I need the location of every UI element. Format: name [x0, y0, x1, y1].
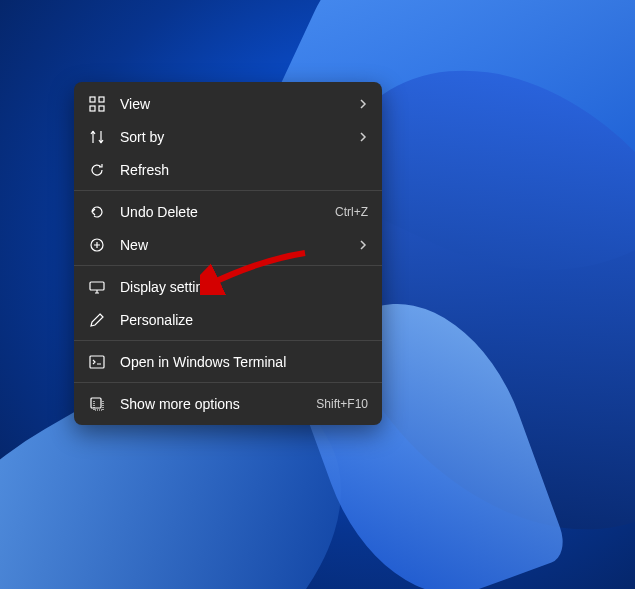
- menu-item-refresh[interactable]: Refresh: [74, 153, 382, 186]
- svg-rect-0: [90, 97, 95, 102]
- menu-item-label: New: [120, 237, 342, 253]
- svg-rect-3: [99, 106, 104, 111]
- sort-icon: [88, 128, 106, 146]
- menu-separator: [74, 190, 382, 191]
- menu-item-accelerator: Ctrl+Z: [335, 205, 368, 219]
- menu-item-label: Display settings: [120, 279, 368, 295]
- menu-item-personalize[interactable]: Personalize: [74, 303, 382, 336]
- refresh-icon: [88, 161, 106, 179]
- more-icon: [88, 395, 106, 413]
- personalize-icon: [88, 311, 106, 329]
- menu-separator: [74, 382, 382, 383]
- svg-rect-2: [90, 106, 95, 111]
- menu-item-label: View: [120, 96, 342, 112]
- menu-item-open-in-windows-terminal[interactable]: Open in Windows Terminal: [74, 345, 382, 378]
- menu-item-view[interactable]: View: [74, 87, 382, 120]
- undo-icon: [88, 203, 106, 221]
- desktop-context-menu: ViewSort byRefreshUndo DeleteCtrl+ZNewDi…: [74, 82, 382, 425]
- grid-icon: [88, 95, 106, 113]
- menu-separator: [74, 265, 382, 266]
- menu-item-label: Personalize: [120, 312, 368, 328]
- svg-rect-7: [91, 398, 101, 408]
- new-icon: [88, 236, 106, 254]
- chevron-right-icon: [356, 132, 368, 142]
- chevron-right-icon: [356, 99, 368, 109]
- menu-item-label: Sort by: [120, 129, 342, 145]
- svg-rect-1: [99, 97, 104, 102]
- menu-item-accelerator: Shift+F10: [316, 397, 368, 411]
- menu-item-undo-delete[interactable]: Undo DeleteCtrl+Z: [74, 195, 382, 228]
- menu-item-sort-by[interactable]: Sort by: [74, 120, 382, 153]
- svg-rect-6: [90, 356, 104, 368]
- menu-item-label: Refresh: [120, 162, 368, 178]
- menu-item-show-more-options[interactable]: Show more optionsShift+F10: [74, 387, 382, 420]
- svg-rect-5: [90, 282, 104, 290]
- chevron-right-icon: [356, 240, 368, 250]
- terminal-icon: [88, 353, 106, 371]
- display-icon: [88, 278, 106, 296]
- menu-item-label: Open in Windows Terminal: [120, 354, 368, 370]
- menu-item-label: Show more options: [120, 396, 302, 412]
- menu-item-display-settings[interactable]: Display settings: [74, 270, 382, 303]
- menu-item-new[interactable]: New: [74, 228, 382, 261]
- menu-separator: [74, 340, 382, 341]
- menu-item-label: Undo Delete: [120, 204, 321, 220]
